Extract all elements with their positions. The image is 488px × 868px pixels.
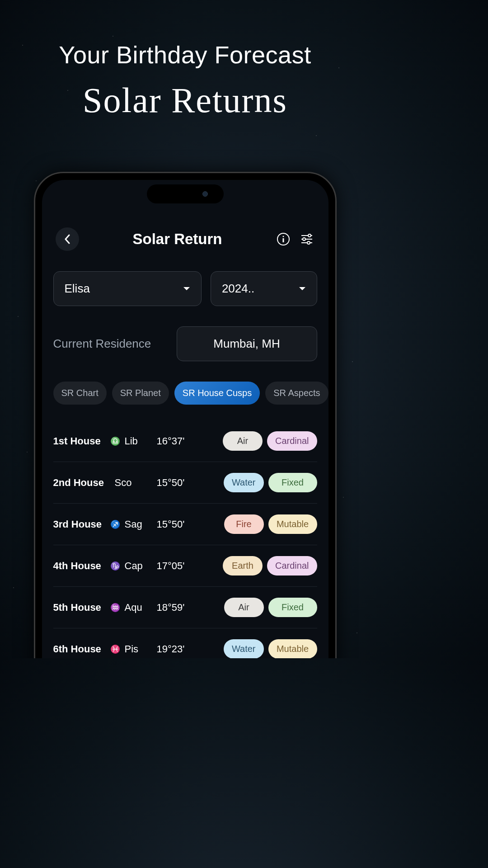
modality-badge: Mutable xyxy=(268,514,317,534)
sign-cell: ♐Sag xyxy=(110,519,153,530)
element-badge: Air xyxy=(224,598,264,617)
sign-cell: ♎Lib xyxy=(110,435,153,447)
degree-value: 15°50' xyxy=(157,519,193,530)
sign-cell: ♓Pis xyxy=(110,643,153,655)
badges: AirFixed xyxy=(224,598,317,617)
phone-camera xyxy=(202,191,208,197)
hero-subtitle: Solar Returns xyxy=(0,80,370,121)
house-name: 4th House xyxy=(53,560,107,572)
element-badge: Water xyxy=(224,473,264,492)
sign-label: Pis xyxy=(125,643,139,655)
year-selector[interactable]: 2024.. xyxy=(211,271,317,306)
badges: EarthCardinal xyxy=(223,556,317,576)
svg-point-6 xyxy=(303,238,305,241)
badges: WaterFixed xyxy=(224,473,317,492)
phone-screen: Solar Return xyxy=(42,180,328,658)
tab-sr-planet[interactable]: SR Planet xyxy=(112,382,169,405)
sliders-icon xyxy=(300,233,313,245)
name-selector-value: Elisa xyxy=(65,282,90,296)
zodiac-icon: ♎ xyxy=(110,436,120,446)
house-row[interactable]: 4th House♑Cap17°05'EarthCardinal xyxy=(53,545,317,587)
selectors-row: Elisa 2024.. xyxy=(53,271,317,306)
badges: AirCardinal xyxy=(223,431,317,451)
degree-value: 17°05' xyxy=(157,560,193,572)
phone-frame: Solar Return xyxy=(34,172,337,658)
degree-value: 18°59' xyxy=(157,602,193,613)
chevron-down-icon xyxy=(299,287,306,291)
sign-label: Aqu xyxy=(125,602,142,613)
tab-sr-chart[interactable]: SR Chart xyxy=(53,382,107,405)
house-name: 6th House xyxy=(53,643,107,655)
back-button[interactable] xyxy=(56,227,79,251)
page-title: Solar Return xyxy=(132,231,222,248)
zodiac-icon: ♓ xyxy=(110,644,120,654)
year-selector-value: 2024.. xyxy=(222,282,254,296)
element-badge: Earth xyxy=(223,556,263,576)
house-name: 1st House xyxy=(53,435,107,447)
modality-badge: Fixed xyxy=(268,598,317,617)
tab-sr-aspects[interactable]: SR Aspects xyxy=(265,382,328,405)
sign-cell: ♑Cap xyxy=(110,560,153,572)
residence-selector[interactable]: Mumbai, MH xyxy=(177,326,317,361)
name-selector[interactable]: Elisa xyxy=(53,271,202,306)
house-row[interactable]: 6th House♓Pis19°23'WaterMutable xyxy=(53,628,317,658)
house-row[interactable]: 5th House♒Aqu18°59'AirFixed xyxy=(53,587,317,628)
settings-button[interactable] xyxy=(299,231,314,247)
sign-cell: Sco xyxy=(110,477,153,489)
degree-value: 19°23' xyxy=(157,643,193,655)
svg-point-1 xyxy=(283,236,284,237)
degree-value: 15°50' xyxy=(157,477,193,489)
house-list: 1st House♎Lib16°37'AirCardinal2nd HouseS… xyxy=(53,420,317,658)
modality-badge: Cardinal xyxy=(267,431,317,451)
header-icons xyxy=(276,231,314,247)
badges: FireMutable xyxy=(224,514,317,534)
zodiac-icon: ♒ xyxy=(110,603,120,613)
phone-notch xyxy=(147,184,224,203)
svg-point-4 xyxy=(308,234,311,237)
zodiac-icon: ♑ xyxy=(110,561,120,571)
svg-rect-2 xyxy=(283,238,284,242)
hero-title: Your Birthday Forecast xyxy=(0,0,370,69)
degree-value: 16°37' xyxy=(157,435,193,447)
house-name: 2nd House xyxy=(53,477,107,489)
badges: WaterMutable xyxy=(224,639,317,658)
modality-badge: Cardinal xyxy=(267,556,317,576)
tabs-row: SR ChartSR PlanetSR House CuspsSR Aspect… xyxy=(53,382,317,405)
element-badge: Fire xyxy=(224,514,264,534)
sign-label: Cap xyxy=(125,560,143,572)
sign-label: Sco xyxy=(115,477,132,489)
tab-sr-house-cusps[interactable]: SR House Cusps xyxy=(174,382,260,405)
residence-row: Current Residence Mumbai, MH xyxy=(53,326,317,361)
zodiac-icon: ♐ xyxy=(110,519,120,529)
chevron-down-icon xyxy=(183,287,190,291)
info-button[interactable] xyxy=(276,231,291,247)
svg-point-8 xyxy=(307,241,310,244)
residence-label: Current Residence xyxy=(53,337,168,351)
house-name: 5th House xyxy=(53,602,107,613)
house-row[interactable]: 2nd HouseSco15°50'WaterFixed xyxy=(53,462,317,504)
modality-badge: Mutable xyxy=(268,639,317,658)
info-icon xyxy=(277,232,290,246)
element-badge: Air xyxy=(223,431,263,451)
modality-badge: Fixed xyxy=(268,473,317,492)
house-row[interactable]: 3rd House♐Sag15°50'FireMutable xyxy=(53,504,317,545)
app-header: Solar Return xyxy=(53,227,317,251)
sign-label: Sag xyxy=(125,519,142,530)
sign-label: Lib xyxy=(125,435,138,447)
house-name: 3rd House xyxy=(53,519,107,530)
sign-cell: ♒Aqu xyxy=(110,602,153,613)
element-badge: Water xyxy=(224,639,264,658)
house-row[interactable]: 1st House♎Lib16°37'AirCardinal xyxy=(53,420,317,462)
chevron-left-icon xyxy=(64,234,70,244)
